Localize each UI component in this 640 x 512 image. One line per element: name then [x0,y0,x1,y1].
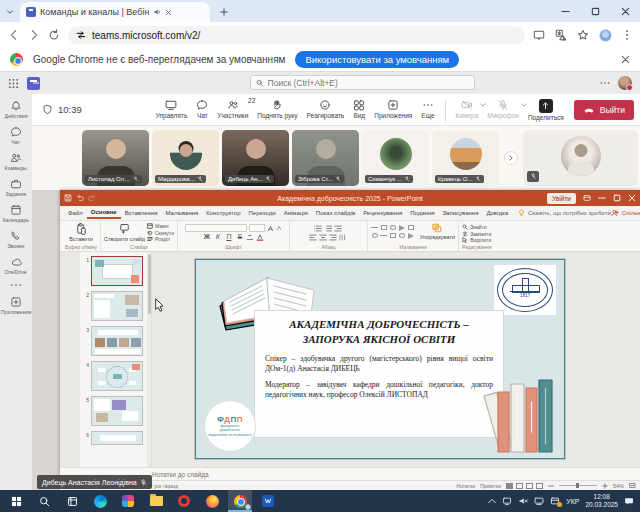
action-center-icon[interactable] [624,496,634,506]
sign-in-button[interactable]: Увійти [547,193,576,204]
sidebar-item-activity[interactable]: Действия [0,100,32,119]
slide-sorter-view-icon[interactable] [516,483,523,489]
tray-notifications-icon[interactable] [550,496,560,506]
camera-button[interactable]: Камера [453,97,482,121]
mic-button[interactable]: Микрофон [484,97,522,121]
taskbar-firefox[interactable] [200,490,224,512]
taskbar-word[interactable] [256,490,280,512]
leave-button[interactable]: Выйти [574,100,634,120]
taskbar-explorer[interactable] [144,490,168,512]
slide-thumbnail-2[interactable] [91,291,143,321]
tray-network-icon[interactable] [534,496,544,506]
thumbnail-row[interactable]: 2 [83,291,149,321]
search-input[interactable] [268,78,469,88]
shapes-gallery[interactable] [371,224,415,239]
undo-icon[interactable] [76,194,84,202]
cast-icon[interactable] [533,29,545,41]
more-participants-chevron[interactable] [504,151,518,165]
align-center-icon[interactable] [319,234,327,241]
tab-view[interactable]: Подання [406,208,438,218]
view-button[interactable]: Вид [350,97,368,121]
task-view-button[interactable] [60,490,84,512]
taskbar-chrome-active[interactable] [228,490,252,512]
start-button[interactable] [4,490,28,512]
self-tile[interactable] [523,130,638,186]
url-text[interactable]: teams.microsoft.com/v2/ [92,30,200,41]
tab-design[interactable]: Конструктор [202,208,244,218]
sidebar-item-assignments[interactable]: Задания [0,178,32,197]
tab-search-chevron-icon[interactable] [0,2,20,22]
forward-icon[interactable] [28,29,40,41]
slide-thumbnail-4[interactable] [91,361,143,391]
paste-button[interactable]: Вставити [69,223,93,242]
thumbnail-row[interactable]: 3 [83,326,149,356]
more-actions-button[interactable]: Еще [418,97,437,121]
bookmark-star-icon[interactable] [577,29,589,41]
sidebar-item-apps[interactable]: Приложения [0,296,32,315]
tab-help[interactable]: Довідка [482,208,512,218]
taskbar-opera[interactable] [172,490,196,512]
browser-tab[interactable]: Команды и каналы | Вебін [20,2,210,22]
taskbar-search-button[interactable] [32,490,56,512]
taskbar-edge[interactable] [88,490,112,512]
ppt-close-icon[interactable] [628,194,636,202]
slide-thumbnail-5[interactable] [91,396,143,426]
app-launcher-icon[interactable] [8,78,19,89]
normal-view-icon[interactable] [506,483,513,489]
ppt-maximize-icon[interactable] [613,194,621,202]
participant-tile[interactable]: Мардарова... [152,130,219,186]
header-more-icon[interactable] [600,78,610,88]
thumbnail-row[interactable]: 4 [83,361,149,391]
window-maximize-button[interactable] [580,0,610,22]
font-name-box[interactable] [185,224,247,232]
clock[interactable]: 12:08 20.03.2025 [585,493,618,509]
participant-tile[interactable]: Симанчук ... [362,130,429,186]
tray-device-icon[interactable] [502,496,512,506]
sidebar-item-chat[interactable]: Чат [0,126,32,145]
zoom-level[interactable]: 54% [613,483,624,489]
tab-slideshow[interactable]: Показ слайдів [312,208,359,218]
slide-thumbnail-1[interactable] [91,256,143,286]
slideshow-view-icon[interactable] [536,483,543,489]
tray-volume-muted-icon[interactable] [518,496,528,506]
tab-audio-icon[interactable] [153,8,161,16]
zoom-out-icon[interactable] [548,483,554,489]
shrink-font-icon[interactable] [276,225,282,231]
tab-animations[interactable]: Анімація [280,208,312,218]
raise-hand-button[interactable]: Поднять руку [254,97,300,121]
indent-icon[interactable] [334,225,342,232]
window-close-button[interactable] [610,0,640,22]
taskbar-m365[interactable] [116,490,140,512]
back-icon[interactable] [8,29,20,41]
thumbnail-row[interactable]: 5 [83,396,149,426]
tab-close-icon[interactable] [165,9,172,16]
tab-record[interactable]: Записування [438,208,482,218]
tab-file[interactable]: Файл [64,208,87,218]
thumbnail-row[interactable]: 6 [83,431,149,445]
browser-menu-icon[interactable] [622,29,632,41]
tab-draw[interactable]: Малювання [162,208,203,218]
sidebar-item-more[interactable] [0,282,32,289]
strikethrough-button[interactable]: S [235,233,244,241]
new-slide-button[interactable]: Створити слайд [104,223,145,242]
text-shadow-icon[interactable] [246,234,254,241]
ribbon-options-icon[interactable] [583,194,591,202]
participant-tile[interactable]: Кравець О... [432,130,499,186]
teams-search-box[interactable] [250,75,475,90]
align-left-icon[interactable] [309,234,317,241]
redo-icon[interactable] [88,194,96,202]
tab-home[interactable]: Основне [87,207,121,219]
italic-button[interactable]: К [213,233,222,241]
slide-thumbnail-3[interactable] [91,326,143,356]
thumbnail-row[interactable]: 1 [83,256,149,286]
meeting-apps-button[interactable]: Приложения [371,97,415,121]
zoom-in-icon[interactable] [602,483,608,489]
ppt-share-button[interactable]: Спільний доступ [611,209,640,217]
infobar-close-icon[interactable] [621,55,630,64]
language-indicator[interactable]: УКР [566,498,579,505]
teams-profile-avatar[interactable] [618,76,632,90]
sidebar-item-onedrive[interactable]: OneDrive [0,256,32,275]
save-icon[interactable] [64,194,72,202]
section-button[interactable]: Розділ [147,236,174,243]
grow-font-icon[interactable] [267,225,274,232]
